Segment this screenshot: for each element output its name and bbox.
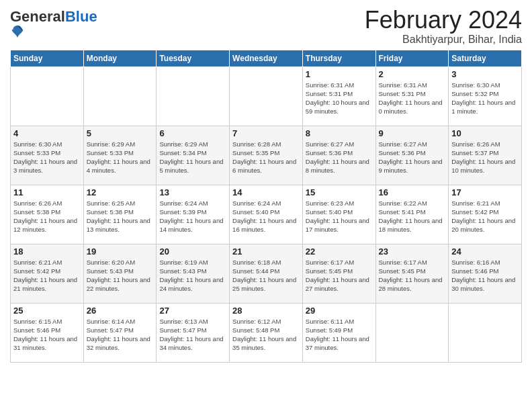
day-number: 25 xyxy=(13,306,81,316)
day-number: 28 xyxy=(232,306,300,316)
day-info: Sunrise: 6:26 AM Sunset: 5:37 PM Dayligh… xyxy=(451,140,519,175)
table-row: 20Sunrise: 6:19 AM Sunset: 5:43 PM Dayli… xyxy=(157,244,230,303)
table-row: 1Sunrise: 6:31 AM Sunset: 5:31 PM Daylig… xyxy=(302,66,375,126)
header-sunday: Sunday xyxy=(11,50,84,66)
day-number: 13 xyxy=(159,187,226,197)
calendar-week-row: 1Sunrise: 6:31 AM Sunset: 5:31 PM Daylig… xyxy=(11,66,522,126)
table-row: 12Sunrise: 6:25 AM Sunset: 5:38 PM Dayli… xyxy=(83,185,157,244)
day-number: 24 xyxy=(451,246,519,257)
day-info: Sunrise: 6:30 AM Sunset: 5:32 PM Dayligh… xyxy=(451,81,519,116)
table-row: 16Sunrise: 6:22 AM Sunset: 5:41 PM Dayli… xyxy=(375,185,449,244)
day-number: 10 xyxy=(451,128,519,138)
table-row: 24Sunrise: 6:16 AM Sunset: 5:46 PM Dayli… xyxy=(449,244,522,303)
day-number: 5 xyxy=(87,128,154,138)
header-saturday: Saturday xyxy=(449,50,522,66)
day-info: Sunrise: 6:15 AM Sunset: 5:46 PM Dayligh… xyxy=(13,317,81,353)
table-row: 29Sunrise: 6:11 AM Sunset: 5:49 PM Dayli… xyxy=(302,303,375,362)
day-info: Sunrise: 6:31 AM Sunset: 5:31 PM Dayligh… xyxy=(379,81,446,116)
table-row: 5Sunrise: 6:29 AM Sunset: 5:33 PM Daylig… xyxy=(83,126,157,185)
table-row: 11Sunrise: 6:26 AM Sunset: 5:38 PM Dayli… xyxy=(11,185,84,244)
day-number: 1 xyxy=(306,69,373,79)
header: GeneralBlue February 2024 Bakhtiyarpur, … xyxy=(10,7,522,46)
day-info: Sunrise: 6:21 AM Sunset: 5:42 PM Dayligh… xyxy=(13,258,81,293)
main-title: February 2024 xyxy=(365,7,522,34)
day-info: Sunrise: 6:30 AM Sunset: 5:33 PM Dayligh… xyxy=(13,140,81,175)
day-number: 3 xyxy=(451,69,519,79)
table-row: 21Sunrise: 6:18 AM Sunset: 5:44 PM Dayli… xyxy=(230,244,303,303)
day-info: Sunrise: 6:16 AM Sunset: 5:46 PM Dayligh… xyxy=(451,258,519,293)
day-number: 15 xyxy=(306,187,373,197)
table-row: 23Sunrise: 6:17 AM Sunset: 5:45 PM Dayli… xyxy=(375,244,449,303)
day-info: Sunrise: 6:13 AM Sunset: 5:47 PM Dayligh… xyxy=(159,317,226,353)
day-number: 12 xyxy=(87,187,154,197)
table-row: 17Sunrise: 6:21 AM Sunset: 5:42 PM Dayli… xyxy=(449,185,522,244)
title-block: February 2024 Bakhtiyarpur, Bihar, India xyxy=(365,7,522,46)
day-number: 23 xyxy=(379,246,446,257)
calendar-week-row: 11Sunrise: 6:26 AM Sunset: 5:38 PM Dayli… xyxy=(11,185,522,244)
table-row: 9Sunrise: 6:27 AM Sunset: 5:36 PM Daylig… xyxy=(375,126,449,185)
day-number: 7 xyxy=(232,128,300,138)
day-info: Sunrise: 6:24 AM Sunset: 5:39 PM Dayligh… xyxy=(159,199,226,234)
day-number: 9 xyxy=(379,128,446,138)
calendar-table: Sunday Monday Tuesday Wednesday Thursday… xyxy=(10,50,522,363)
day-number: 20 xyxy=(159,246,226,257)
table-row: 3Sunrise: 6:30 AM Sunset: 5:32 PM Daylig… xyxy=(449,66,522,126)
day-number: 26 xyxy=(87,306,154,316)
day-info: Sunrise: 6:27 AM Sunset: 5:36 PM Dayligh… xyxy=(379,140,446,175)
table-row: 27Sunrise: 6:13 AM Sunset: 5:47 PM Dayli… xyxy=(157,303,230,362)
day-number: 22 xyxy=(306,246,373,257)
table-row: 10Sunrise: 6:26 AM Sunset: 5:37 PM Dayli… xyxy=(449,126,522,185)
day-number: 14 xyxy=(232,187,300,197)
logo-blue: Blue xyxy=(65,8,97,25)
day-info: Sunrise: 6:22 AM Sunset: 5:41 PM Dayligh… xyxy=(379,199,446,234)
table-row xyxy=(449,303,522,362)
day-number: 4 xyxy=(13,128,81,138)
day-number: 16 xyxy=(379,187,446,197)
logo-general: General xyxy=(10,8,65,25)
header-tuesday: Tuesday xyxy=(157,50,230,66)
day-info: Sunrise: 6:24 AM Sunset: 5:40 PM Dayligh… xyxy=(232,199,300,234)
subtitle: Bakhtiyarpur, Bihar, India xyxy=(365,34,522,46)
table-row xyxy=(375,303,449,362)
table-row: 13Sunrise: 6:24 AM Sunset: 5:39 PM Dayli… xyxy=(157,185,230,244)
day-info: Sunrise: 6:18 AM Sunset: 5:44 PM Dayligh… xyxy=(232,258,300,293)
table-row xyxy=(157,66,230,126)
logo: GeneralBlue xyxy=(10,9,97,42)
day-info: Sunrise: 6:28 AM Sunset: 5:35 PM Dayligh… xyxy=(232,140,300,175)
day-info: Sunrise: 6:19 AM Sunset: 5:43 PM Dayligh… xyxy=(159,258,226,293)
day-info: Sunrise: 6:29 AM Sunset: 5:34 PM Dayligh… xyxy=(159,140,226,175)
day-info: Sunrise: 6:17 AM Sunset: 5:45 PM Dayligh… xyxy=(379,258,446,293)
table-row: 2Sunrise: 6:31 AM Sunset: 5:31 PM Daylig… xyxy=(375,66,449,126)
header-wednesday: Wednesday xyxy=(230,50,303,66)
day-info: Sunrise: 6:23 AM Sunset: 5:40 PM Dayligh… xyxy=(306,199,373,234)
day-number: 6 xyxy=(159,128,226,138)
day-number: 19 xyxy=(87,246,154,257)
table-row: 6Sunrise: 6:29 AM Sunset: 5:34 PM Daylig… xyxy=(157,126,230,185)
calendar-week-row: 18Sunrise: 6:21 AM Sunset: 5:42 PM Dayli… xyxy=(11,244,522,303)
table-row: 14Sunrise: 6:24 AM Sunset: 5:40 PM Dayli… xyxy=(230,185,303,244)
day-info: Sunrise: 6:29 AM Sunset: 5:33 PM Dayligh… xyxy=(87,140,154,175)
table-row: 4Sunrise: 6:30 AM Sunset: 5:33 PM Daylig… xyxy=(11,126,84,185)
day-number: 11 xyxy=(13,187,81,197)
day-info: Sunrise: 6:12 AM Sunset: 5:48 PM Dayligh… xyxy=(232,317,300,353)
day-info: Sunrise: 6:11 AM Sunset: 5:49 PM Dayligh… xyxy=(306,317,373,353)
table-row: 7Sunrise: 6:28 AM Sunset: 5:35 PM Daylig… xyxy=(230,126,303,185)
header-monday: Monday xyxy=(83,50,157,66)
table-row: 18Sunrise: 6:21 AM Sunset: 5:42 PM Dayli… xyxy=(11,244,84,303)
table-row: 19Sunrise: 6:20 AM Sunset: 5:43 PM Dayli… xyxy=(83,244,157,303)
table-row: 8Sunrise: 6:27 AM Sunset: 5:36 PM Daylig… xyxy=(302,126,375,185)
table-row: 28Sunrise: 6:12 AM Sunset: 5:48 PM Dayli… xyxy=(230,303,303,362)
day-number: 18 xyxy=(13,246,81,257)
day-number: 27 xyxy=(159,306,226,316)
table-row xyxy=(11,66,84,126)
table-row: 15Sunrise: 6:23 AM Sunset: 5:40 PM Dayli… xyxy=(302,185,375,244)
day-info: Sunrise: 6:21 AM Sunset: 5:42 PM Dayligh… xyxy=(451,199,519,234)
page: GeneralBlue February 2024 Bakhtiyarpur, … xyxy=(0,0,532,411)
day-info: Sunrise: 6:31 AM Sunset: 5:31 PM Dayligh… xyxy=(306,81,373,116)
header-thursday: Thursday xyxy=(302,50,375,66)
day-info: Sunrise: 6:27 AM Sunset: 5:36 PM Dayligh… xyxy=(306,140,373,175)
day-number: 29 xyxy=(306,306,373,316)
table-row: 26Sunrise: 6:14 AM Sunset: 5:47 PM Dayli… xyxy=(83,303,157,362)
table-row: 22Sunrise: 6:17 AM Sunset: 5:45 PM Dayli… xyxy=(302,244,375,303)
header-friday: Friday xyxy=(375,50,449,66)
